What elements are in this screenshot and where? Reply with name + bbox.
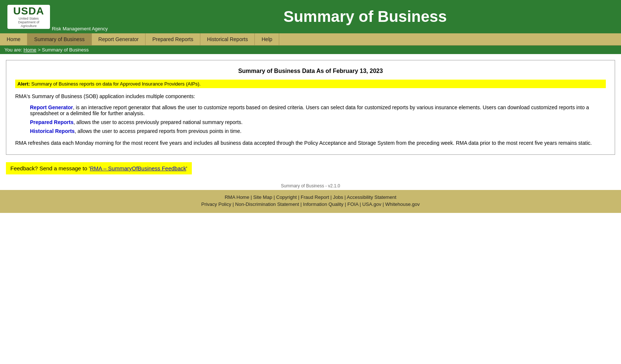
footer-accessibility[interactable]: Accessibility Statement <box>347 194 397 200</box>
footer-site-map[interactable]: Site Map <box>253 194 272 200</box>
prepared-reports-link[interactable]: Prepared Reports <box>30 119 73 125</box>
historical-reports-desc: , allows the user to access prepared rep… <box>75 128 242 134</box>
footer-privacy-policy[interactable]: Privacy Policy <box>201 201 231 207</box>
footer-non-discrimination[interactable]: Non-Discrimination Statement <box>235 201 299 207</box>
report-generator-desc: , is an interactive report generator tha… <box>30 104 589 116</box>
footer-jobs[interactable]: Jobs <box>333 194 343 200</box>
prepared-reports-desc: , allows the user to access previously p… <box>73 119 243 125</box>
main-content: Summary of Business Data As of February … <box>0 54 621 180</box>
footer-copyright[interactable]: Copyright <box>276 194 297 200</box>
footer-row-2: Privacy Policy | Non-Discrimination Stat… <box>7 201 614 207</box>
page-header: USDA United StatesDepartment ofAgricultu… <box>0 0 621 33</box>
footer: RMA Home | Site Map | Copyright | Fraud … <box>0 190 621 213</box>
component-prepared-reports: Prepared Reports, allows the user to acc… <box>30 119 606 125</box>
usda-logo: USDA United StatesDepartment ofAgricultu… <box>7 5 50 29</box>
version-text: Summary of Business - v2.1.0 <box>281 183 340 188</box>
content-title: Summary of Business Data As of February … <box>15 68 606 74</box>
footer-usa-gov[interactable]: USA.gov <box>362 201 381 207</box>
breadcrumb-current: Summary of Business <box>42 47 89 53</box>
component-historical-reports: Historical Reports, allows the user to a… <box>30 128 606 134</box>
nav-summary-of-business[interactable]: Summary of Business <box>27 33 91 45</box>
footer-row-1: RMA Home | Site Map | Copyright | Fraud … <box>7 194 614 200</box>
agency-name: Risk Management Agency <box>52 26 108 31</box>
breadcrumb-home[interactable]: Home <box>24 47 37 53</box>
component-report-generator: Report Generator, is an interactive repo… <box>30 104 606 116</box>
nav-prepared-reports[interactable]: Prepared Reports <box>146 33 200 45</box>
content-box: Summary of Business Data As of February … <box>6 60 615 155</box>
version-bar: Summary of Business - v2.1.0 <box>0 180 621 190</box>
nav-home[interactable]: Home <box>0 33 27 45</box>
footer-foia[interactable]: FOIA <box>347 201 358 207</box>
historical-reports-link[interactable]: Historical Reports <box>30 128 75 134</box>
navigation-bar: Home Summary of Business Report Generato… <box>0 33 621 46</box>
footer-fraud-report[interactable]: Fraud Report <box>301 194 329 200</box>
refresh-text: RMA refreshes data each Monday morning f… <box>15 139 606 147</box>
feedback-suffix: ' <box>186 165 187 171</box>
footer-whitehouse-gov[interactable]: Whitehouse.gov <box>385 201 420 207</box>
report-generator-link[interactable]: Report Generator <box>30 104 73 110</box>
page-title: Summary of Business <box>117 8 614 26</box>
alert-label: Alert: <box>17 81 30 87</box>
alert-bar: Alert: Summary of Business reports on da… <box>15 80 606 88</box>
feedback-link[interactable]: RMA – SummaryOfBusiness Feedback <box>90 165 186 171</box>
nav-help[interactable]: Help <box>255 33 279 45</box>
footer-information-quality[interactable]: Information Quality <box>303 201 343 207</box>
intro-text: RMA's Summary of Business (SOB) applicat… <box>15 93 606 99</box>
breadcrumb: You are: Home > Summary of Business <box>0 46 621 54</box>
components-list: Report Generator, is an interactive repo… <box>30 104 606 134</box>
feedback-section: Feedback? Send a message to 'RMA – Summa… <box>6 158 615 174</box>
breadcrumb-prefix: You are: <box>4 47 22 53</box>
feedback-bar: Feedback? Send a message to 'RMA – Summa… <box>6 162 192 174</box>
nav-historical-reports[interactable]: Historical Reports <box>200 33 255 45</box>
nav-report-generator[interactable]: Report Generator <box>92 33 146 45</box>
feedback-prefix: Feedback? Send a message to ' <box>10 165 90 171</box>
footer-rma-home[interactable]: RMA Home <box>225 194 249 200</box>
alert-text: Summary of Business reports on data for … <box>31 81 201 87</box>
